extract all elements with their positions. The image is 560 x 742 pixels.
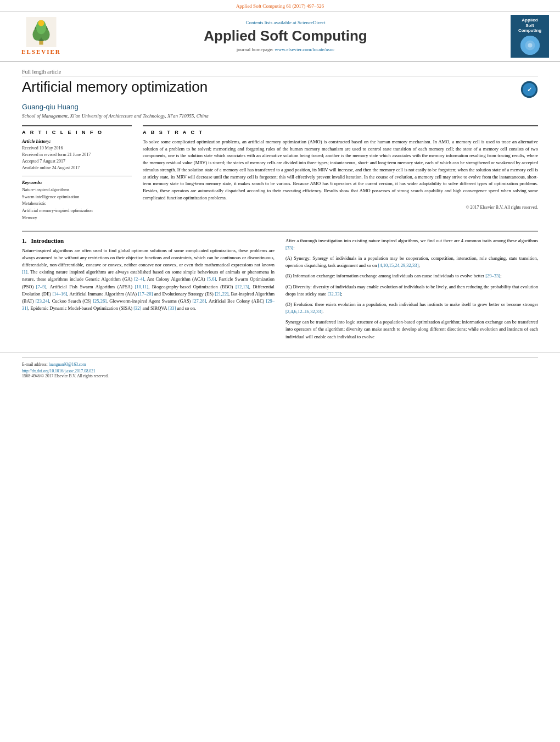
intro-para-1: Nature-inspired algorithms are often use… (22, 247, 275, 313)
issn-line: 1568-4946/© 2017 Elsevier B.V. All right… (22, 373, 538, 378)
article-info-abstract-section: A R T I C L E I N F O Article history: R… (22, 125, 538, 222)
journal-name: Applied Soft Computing (71, 27, 500, 44)
ref-29-31: [29–31] (22, 298, 275, 311)
journal-badge-area: AppliedSoftComputing (500, 15, 549, 58)
article-history: Article history: Received 10 May 2016 Re… (22, 138, 132, 171)
ref-25-26: [25,26] (93, 298, 107, 304)
ref-21-22: [21,22] (215, 291, 228, 297)
ref-33: [33] (168, 305, 176, 311)
ref-23-24: [23,24] (36, 298, 49, 304)
email-link[interactable]: luangnan93@163.com (49, 362, 86, 367)
revised-date: Received in revised form 21 June 2017 (22, 152, 132, 158)
badge-circle-image (520, 36, 540, 55)
ref-33b: [33] (285, 245, 293, 250)
article-title-row: Artificial memory optimization ✓ (22, 79, 538, 98)
keyword-2: Swarm intelligence optimization (22, 194, 132, 201)
journal-title-area: Contents lists available at ScienceDirec… (71, 20, 500, 52)
ref-12-13: [12,13] (236, 284, 249, 289)
journal-citation: Applied Soft Computing 61 (2017) 497–526 (236, 3, 324, 9)
svg-text:✓: ✓ (527, 86, 532, 93)
ref-evolution: [2,4,6,12–16,32,33] (285, 309, 322, 314)
elsevier-tree-icon (25, 17, 58, 47)
trait-b: (B) Information exchange: information ex… (285, 272, 538, 280)
ref-diversity: [32,33] (328, 291, 341, 297)
keywords-list: Nature-inspired algorithms Swarm intelli… (22, 187, 132, 222)
ref-32: [32] (133, 305, 141, 311)
article-body: Full length article Artificial memory op… (0, 62, 560, 344)
keywords-label: Keywords: (22, 180, 132, 185)
abstract-text: To solve some complicated optimization p… (143, 138, 538, 202)
author-name: Guang-qiu Huang (22, 103, 538, 111)
trait-d: (D) Evolution: there exists evolution in… (285, 301, 538, 315)
crossmark-icon: ✓ (520, 81, 538, 98)
badge-text: AppliedSoftComputing (514, 18, 546, 34)
trait-a: (A) Synergy: Synergy of individuals in a… (285, 255, 538, 269)
svg-point-9 (528, 43, 532, 47)
ref-1: [1] (22, 269, 27, 275)
section1-heading: 1. Introduction (22, 237, 275, 244)
ref-14-16: [14–16] (52, 291, 67, 297)
email-label: E-mail address: (22, 362, 48, 367)
info-divider (22, 176, 132, 176)
synergy-paragraph: Synergy can be transferred into logic st… (285, 319, 538, 341)
journal-homepage-link[interactable]: www.elsevier.com/locate/asoc (275, 47, 334, 52)
section1-number: 1. (22, 237, 26, 244)
science-direct-link[interactable]: ScienceDirect (298, 20, 325, 25)
accepted-date: Accepted 7 August 2017 (22, 158, 132, 165)
article-info-label: A R T I C L E I N F O (22, 130, 132, 135)
doi-line: http://dx.doi.org/10.1016/j.asoc.2017.08… (22, 369, 538, 373)
author-affiliation: School of Management, Xi'an University o… (22, 113, 538, 119)
footer-area: E-mail address: luangnan93@163.com http:… (0, 353, 560, 381)
email-footnote: E-mail address: luangnan93@163.com (22, 361, 538, 367)
ref-17-20: [17–20] (138, 291, 153, 297)
footer-content: E-mail address: luangnan93@163.com http:… (22, 358, 538, 378)
journal-top-link: Applied Soft Computing 61 (2017) 497–526 (0, 0, 560, 11)
ref-5-6: [5,6] (207, 276, 216, 282)
article-type: Full length article (22, 69, 538, 76)
ref-info: [29–33] (485, 273, 500, 278)
abstract-label: A B S T R A C T (143, 130, 538, 135)
main-section-divider (22, 231, 538, 232)
journal-header: ELSEVIER Contents lists available at Sci… (0, 11, 560, 62)
keyword-4: Artificial memory-inspired optimization (22, 208, 132, 215)
journal-homepage-line: journal homepage: www.elsevier.com/locat… (71, 47, 500, 52)
keyword-1: Nature-inspired algorithms (22, 187, 132, 194)
contents-list-text: Contents lists available at ScienceDirec… (71, 20, 500, 25)
copyright-line: © 2017 Elsevier B.V. All rights reserved… (143, 205, 538, 210)
history-label: Article history: (22, 138, 132, 144)
online-date: Available online 24 August 2017 (22, 165, 132, 171)
ref-7-9: [7–9] (36, 284, 46, 289)
badge-circle-icon (520, 36, 540, 55)
abstract-column: A B S T R A C T To solve some complicate… (143, 125, 538, 222)
main-content-area: 1. Introduction Nature-inspired algorith… (22, 237, 538, 344)
keyword-3: Metaheuristic (22, 200, 132, 208)
applied-soft-badge: AppliedSoftComputing (511, 15, 549, 58)
main-content-right: After a thorough investigation into exis… (285, 237, 538, 344)
article-info-column: A R T I C L E I N F O Article history: R… (22, 125, 132, 222)
ref-2-4: [2–4] (134, 276, 144, 282)
ref-synergy: [4,10,15,24,29,32,33] (378, 263, 419, 268)
received-date: Received 10 May 2016 (22, 145, 132, 152)
section1-title: Introduction (31, 237, 64, 244)
intro-para-right-1: After a thorough investigation into exis… (285, 237, 538, 252)
elsevier-brand: ELSEVIER (21, 48, 61, 55)
trait-c: (C) Diversity: diversity of individuals … (285, 283, 538, 298)
ref-27-28: [27,28] (192, 298, 206, 304)
main-content-left: 1. Introduction Nature-inspired algorith… (22, 237, 275, 344)
keyword-5: Memory (22, 215, 132, 222)
elsevier-logo: ELSEVIER (11, 17, 71, 55)
svg-point-6 (38, 20, 44, 26)
ref-10-11: [10,11] (135, 284, 148, 289)
article-main-title: Artificial memory optimization (22, 79, 208, 96)
elsevier-logo-area: ELSEVIER (11, 17, 71, 55)
doi-link[interactable]: http://dx.doi.org/10.1016/j.asoc.2017.08… (22, 369, 96, 373)
